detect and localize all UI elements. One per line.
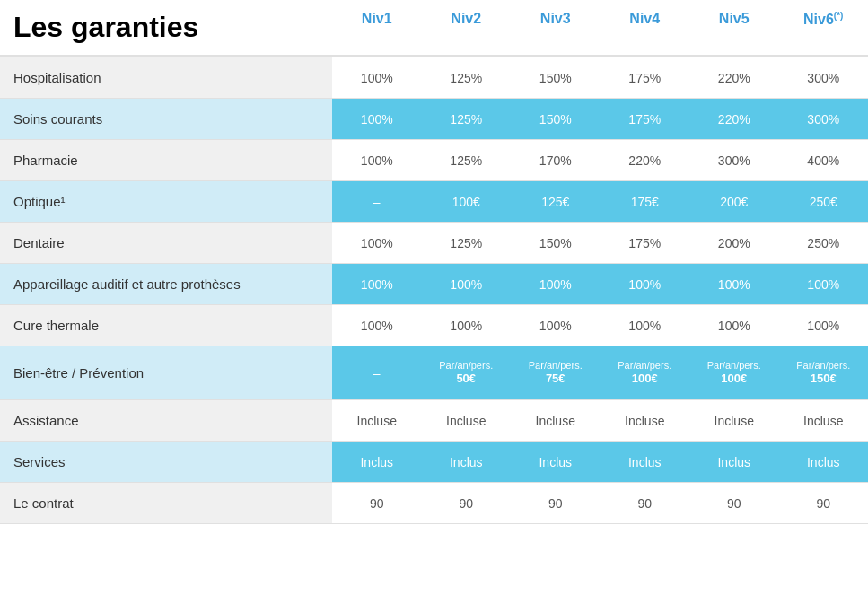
row-value-1-4: 220% xyxy=(689,99,779,139)
row-value-10-3: 90 xyxy=(601,483,690,523)
row-value-5-0: 100% xyxy=(332,264,422,304)
row-value-1-5: 300% xyxy=(779,99,869,139)
row-value-4-1: 125% xyxy=(422,223,512,263)
col-header-niv2: Niv2 xyxy=(422,0,512,55)
row-label-4: Dentaire xyxy=(0,223,332,263)
row-value-0-3: 175% xyxy=(601,57,690,98)
row-value-0-1: 125% xyxy=(422,57,512,98)
row-value-8-2: Incluse xyxy=(511,400,601,441)
row-value-2-4: 300% xyxy=(689,140,779,180)
row-value-2-1: 125% xyxy=(422,140,512,180)
row-value-0-4: 220% xyxy=(689,57,779,98)
row-value-10-4: 90 xyxy=(689,483,779,523)
row-value-1-2: 150% xyxy=(511,99,601,139)
row-value-10-5: 90 xyxy=(779,483,869,523)
row-value-8-3: Incluse xyxy=(601,400,690,441)
row-value-7-0: – xyxy=(332,346,422,399)
row-value-4-4: 200% xyxy=(689,223,779,263)
table-row: Hospitalisation100%125%150%175%220%300% xyxy=(0,57,868,98)
row-value-1-1: 125% xyxy=(422,99,512,139)
row-value-3-5: 250€ xyxy=(779,181,869,222)
row-value-2-2: 170% xyxy=(511,140,601,180)
row-value-4-3: 175% xyxy=(601,223,690,263)
table-row: Dentaire100%125%150%175%200%250% xyxy=(0,222,868,263)
table-row: AssistanceIncluseIncluseIncluseIncluseIn… xyxy=(0,399,868,441)
row-value-5-2: 100% xyxy=(511,264,601,304)
row-value-3-1: 100€ xyxy=(422,181,512,222)
row-value-6-4: 100% xyxy=(689,305,779,346)
col-header-niv6: Niv6(*) xyxy=(779,0,869,55)
row-value-9-3: Inclus xyxy=(601,442,690,482)
row-value-5-4: 100% xyxy=(689,264,779,304)
row-label-9: Services xyxy=(0,442,332,482)
table-body: Hospitalisation100%125%150%175%220%300%S… xyxy=(0,57,868,524)
col-header-niv1: Niv1 xyxy=(332,0,422,55)
col-header-niv3: Niv3 xyxy=(511,0,601,55)
row-value-4-5: 250% xyxy=(779,223,869,263)
row-value-5-5: 100% xyxy=(779,264,869,304)
row-value-10-1: 90 xyxy=(422,483,512,523)
row-value-7-3: Par/an/pers.100€ xyxy=(601,346,690,399)
row-label-0: Hospitalisation xyxy=(0,57,332,98)
table-header: Les garanties Niv1Niv2Niv3Niv4Niv5Niv6(*… xyxy=(0,0,868,57)
row-value-6-3: 100% xyxy=(601,305,690,346)
row-label-7: Bien-être / Prévention xyxy=(0,346,332,399)
row-label-5: Appareillage auditif et autre prothèses xyxy=(0,264,332,304)
row-value-0-2: 150% xyxy=(511,57,601,98)
row-label-10: Le contrat xyxy=(0,483,332,523)
row-value-8-4: Incluse xyxy=(689,400,779,441)
col-header-niv5: Niv5 xyxy=(689,0,779,55)
col-header-niv4: Niv4 xyxy=(601,0,690,55)
row-value-3-2: 125€ xyxy=(511,181,601,222)
row-label-2: Pharmacie xyxy=(0,140,332,180)
table-row: Cure thermale100%100%100%100%100%100% xyxy=(0,304,868,346)
row-label-6: Cure thermale xyxy=(0,305,332,346)
row-value-7-1: Par/an/pers.50€ xyxy=(422,346,512,399)
row-value-7-4: Par/an/pers.100€ xyxy=(689,346,779,399)
title-cell: Les garanties xyxy=(0,0,332,55)
row-value-10-0: 90 xyxy=(332,483,422,523)
row-value-1-0: 100% xyxy=(332,99,422,139)
row-value-7-2: Par/an/pers.75€ xyxy=(511,346,601,399)
row-value-2-0: 100% xyxy=(332,140,422,180)
row-value-3-3: 175€ xyxy=(601,181,690,222)
row-value-8-0: Incluse xyxy=(332,400,422,441)
row-value-6-1: 100% xyxy=(422,305,512,346)
table-row: Le contrat909090909090 xyxy=(0,482,868,524)
row-value-3-0: – xyxy=(332,181,422,222)
row-label-8: Assistance xyxy=(0,400,332,441)
row-value-9-4: Inclus xyxy=(689,442,779,482)
table-row: Pharmacie100%125%170%220%300%400% xyxy=(0,139,868,180)
row-label-1: Soins courants xyxy=(0,99,332,139)
table-row: Bien-être / Prévention–Par/an/pers.50€Pa… xyxy=(0,346,868,399)
row-value-4-2: 150% xyxy=(511,223,601,263)
row-value-2-5: 400% xyxy=(779,140,869,180)
table-row: ServicesInclusInclusInclusInclusInclusIn… xyxy=(0,441,868,482)
row-value-9-5: Inclus xyxy=(779,442,869,482)
row-value-5-3: 100% xyxy=(601,264,690,304)
row-value-9-2: Inclus xyxy=(511,442,601,482)
row-value-6-2: 100% xyxy=(511,305,601,346)
row-value-4-0: 100% xyxy=(332,223,422,263)
row-value-5-1: 100% xyxy=(422,264,512,304)
row-value-3-4: 200€ xyxy=(689,181,779,222)
row-value-9-0: Inclus xyxy=(332,442,422,482)
row-value-0-0: 100% xyxy=(332,57,422,98)
row-value-2-3: 220% xyxy=(601,140,690,180)
row-value-0-5: 300% xyxy=(779,57,869,98)
row-value-10-2: 90 xyxy=(511,483,601,523)
main-container: Les garanties Niv1Niv2Niv3Niv4Niv5Niv6(*… xyxy=(0,0,868,524)
row-value-8-5: Incluse xyxy=(779,400,869,441)
row-value-6-5: 100% xyxy=(779,305,869,346)
row-value-8-1: Incluse xyxy=(422,400,512,441)
table-row: Soins courants100%125%150%175%220%300% xyxy=(0,98,868,139)
row-value-9-1: Inclus xyxy=(422,442,512,482)
table-row: Appareillage auditif et autre prothèses1… xyxy=(0,263,868,304)
table-row: Optique¹–100€125€175€200€250€ xyxy=(0,180,868,222)
row-value-1-3: 175% xyxy=(601,99,690,139)
row-value-7-5: Par/an/pers.150€ xyxy=(779,346,869,399)
row-value-6-0: 100% xyxy=(332,305,422,346)
row-label-3: Optique¹ xyxy=(0,181,332,222)
page-title: Les garanties xyxy=(13,11,319,44)
